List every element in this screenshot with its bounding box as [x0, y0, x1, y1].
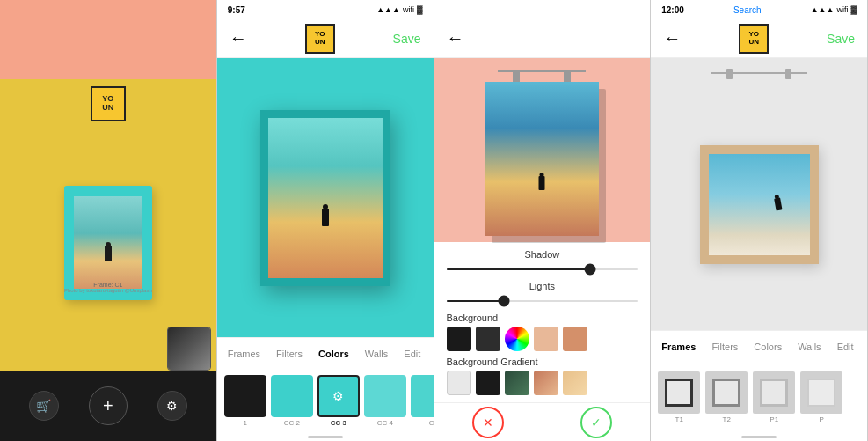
tab-bar: Frames Filters Colors Walls Edit M...: [217, 337, 434, 369]
action-bar: ✕ ✓: [434, 402, 651, 441]
home-bar-s4: [741, 436, 777, 438]
logo-text-s2: YOUN: [315, 31, 325, 47]
bg-dark[interactable]: [476, 327, 500, 351]
frame-t1[interactable]: [658, 371, 700, 414]
time-s4: 12:00: [661, 5, 684, 15]
tab-colors[interactable]: Colors: [311, 345, 356, 363]
clip-right: [564, 70, 571, 83]
status-bar: 9:57 ▲▲▲ wifi ▓: [217, 0, 434, 19]
gradient-row: [447, 371, 638, 395]
home-indicator: [217, 432, 434, 441]
grad-warm[interactable]: [534, 371, 558, 395]
controls-panel: Shadow Lights Background Background Grad…: [434, 242, 651, 402]
frame-inner-image: [74, 196, 142, 289]
signal-icon-s4: ▲▲▲: [811, 5, 835, 14]
wifi-icon-s4: wifi: [836, 5, 848, 14]
bg-rainbow[interactable]: [505, 327, 529, 351]
swatch-c[interactable]: [411, 375, 434, 417]
screen-editor: ← Shadow: [434, 0, 652, 441]
tab-walls[interactable]: Walls: [358, 345, 395, 363]
back-button-s4[interactable]: ←: [663, 28, 681, 48]
photo-inner-s4: [709, 154, 810, 255]
frame-t1-label: T1: [675, 415, 683, 423]
tab-filters-s4[interactable]: Filters: [704, 338, 745, 356]
search-link[interactable]: Search: [733, 5, 762, 15]
tab-colors-s4[interactable]: Colors: [747, 338, 789, 356]
photo-frame-s3: [485, 82, 599, 236]
swatch-cc2[interactable]: [271, 375, 313, 417]
status-bar-s3: [434, 0, 651, 19]
lights-slider[interactable]: [447, 295, 638, 307]
status-icons-s4: ▲▲▲ wifi ▓: [811, 5, 857, 14]
youn-logo: YOUN: [91, 86, 126, 121]
tab-walls-s4[interactable]: Walls: [791, 338, 828, 356]
screen1-top: [0, 0, 216, 79]
frame-s4: [700, 145, 819, 264]
shadow-slider[interactable]: [447, 263, 638, 276]
bg-black[interactable]: [447, 327, 471, 351]
back-button-s3[interactable]: ←: [447, 28, 464, 48]
frame-t2-wrap: T2: [705, 371, 748, 423]
home-indicator-bar: [308, 436, 343, 438]
bg-label: Background: [447, 312, 638, 323]
confirm-button[interactable]: ✓: [580, 407, 612, 438]
wire-clips: [726, 69, 791, 79]
tab-filters[interactable]: Filters: [269, 345, 310, 363]
frame-t2[interactable]: [705, 371, 748, 414]
bg-color-row: [447, 327, 638, 351]
bg-orange[interactable]: [563, 327, 587, 351]
photo-container: [485, 82, 599, 236]
frame-t2-label: T2: [723, 415, 731, 423]
clip-left: [513, 70, 520, 83]
cancel-button[interactable]: ✕: [472, 407, 504, 438]
cart-icon-button[interactable]: 🛒: [29, 391, 59, 421]
bg-peach[interactable]: [534, 327, 558, 351]
grad-light[interactable]: [563, 371, 587, 395]
frame-t2-inner: [712, 379, 740, 407]
app-logo-s4: YOUN: [739, 24, 769, 54]
shadow-fill: [447, 268, 590, 270]
lights-label: Lights: [447, 281, 638, 291]
settings-icon-button[interactable]: ⚙: [157, 391, 187, 421]
hang-string: [498, 70, 586, 72]
status-bar-s4: 12:00 Search ▲▲▲ wifi ▓: [651, 0, 867, 19]
app-logo: YOUN: [305, 24, 335, 54]
save-button[interactable]: Save: [393, 32, 421, 46]
frame-label: Frame: C1: [0, 282, 216, 288]
swatch-cc3-label: CC 3: [331, 419, 346, 427]
home-indicator-s4: [651, 432, 867, 441]
frame-inner: [268, 118, 383, 278]
person-figure: [322, 204, 329, 226]
jumping-person: [774, 195, 783, 211]
add-button[interactable]: +: [89, 386, 128, 425]
settings-icon: ⚙: [332, 389, 344, 403]
swatch-cc2-label: CC 2: [284, 419, 300, 427]
swatch-cc3[interactable]: ⚙: [317, 375, 360, 417]
tab-frames-s4[interactable]: Frames: [654, 338, 703, 356]
screen-frames: 12:00 Search ▲▲▲ wifi ▓ ← YOUN Save: [651, 0, 868, 441]
tab-edit-s4[interactable]: Edit: [830, 338, 861, 356]
wifi-icon: wifi: [403, 5, 414, 14]
jump-body: [775, 197, 783, 210]
clips-row: [513, 70, 571, 83]
back-button[interactable]: ←: [230, 28, 247, 48]
lights-thumb: [498, 296, 509, 307]
frame-display: [260, 110, 390, 286]
tab-bar-s4: Frames Filters Colors Walls Edit: [651, 330, 867, 362]
swatch-cc4[interactable]: [364, 375, 406, 417]
tab-edit[interactable]: Edit: [397, 345, 427, 363]
logo-text-s4: YOUN: [748, 31, 759, 47]
grad-white[interactable]: [447, 371, 471, 395]
frame-t1-wrap: T1: [658, 371, 700, 423]
frame-p1-label: P1: [770, 415, 778, 423]
save-button-s4[interactable]: Save: [827, 32, 855, 46]
thumbnail-image: [168, 327, 210, 370]
lights-fill: [447, 300, 504, 302]
frame-p[interactable]: [800, 371, 842, 414]
swatch-black[interactable]: [224, 375, 266, 417]
frame-p1[interactable]: [753, 371, 795, 414]
photo-inner-s3: [485, 82, 599, 236]
grad-green[interactable]: [505, 371, 529, 395]
tab-frames[interactable]: Frames: [221, 345, 267, 363]
grad-black[interactable]: [476, 371, 500, 395]
